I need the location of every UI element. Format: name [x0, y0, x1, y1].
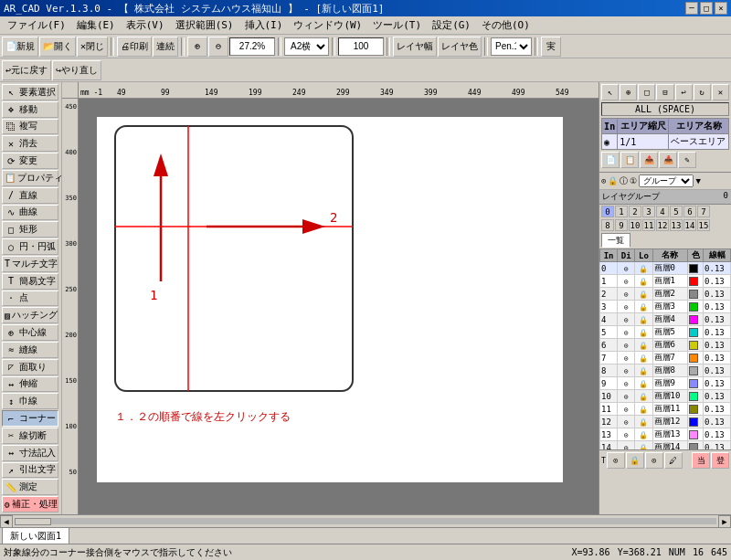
layer-row[interactable]: 7 ⊙ 🔒 画層7 0.13	[600, 352, 731, 365]
drawing-area[interactable]: 1 2 １．２の順番で線を左クリックする	[79, 99, 599, 514]
layer-row[interactable]: 8 ⊙ 🔒 画層8 0.13	[600, 365, 731, 377]
layer-num-10[interactable]: 10	[629, 219, 641, 231]
layer-row[interactable]: 2 ⊙ 🔒 画層2 0.13	[600, 288, 731, 301]
layer-row[interactable]: 5 ⊙ 🔒 画層5 0.13	[600, 326, 731, 339]
menu-select[interactable]: 選択範囲(S)	[170, 17, 239, 33]
scale-input[interactable]	[338, 37, 384, 56]
layer-num-0[interactable]: 0	[601, 206, 614, 217]
tool-move[interactable]: ✥移動	[2, 101, 58, 118]
lb-btn2[interactable]: 🔒	[626, 452, 644, 469]
layer-num-6[interactable]: 6	[683, 206, 696, 217]
rt-btn8[interactable]: 📄	[601, 152, 620, 168]
tool-correction[interactable]: ⚙補正・処理	[2, 496, 58, 512]
lb-btn3[interactable]: ⊙	[645, 452, 663, 469]
layer-num-1[interactable]: 1	[615, 206, 628, 217]
layer-row[interactable]: 14 ⊙ 🔒 画層14 0.13	[600, 441, 731, 450]
print-mode-button[interactable]: 連続	[153, 37, 178, 57]
rt-btn1[interactable]: ↖	[601, 84, 619, 100]
minimize-button[interactable]: ─	[685, 2, 698, 15]
lb-btn5[interactable]: 当	[692, 452, 710, 469]
lb-btn1[interactable]: ⊙	[607, 452, 625, 469]
layer-num-5[interactable]: 5	[670, 206, 683, 217]
paper-select[interactable]: A2横 A3横 A4横	[284, 37, 329, 56]
layer-row[interactable]: 3 ⊙ 🔒 画層3 0.13	[600, 301, 731, 313]
tool-delete[interactable]: ✕消去	[2, 135, 58, 152]
tool-seam[interactable]: ≈縫線	[2, 342, 58, 358]
menu-edit[interactable]: 編集(E)	[71, 17, 121, 33]
undo-button[interactable]: ↩ 元に戻す	[2, 60, 51, 80]
tool-center[interactable]: ⊕中心線	[2, 324, 58, 341]
tool-dimension[interactable]: ↔寸法記入	[2, 445, 58, 461]
layer-row[interactable]: 0 ⊙ 🔒 画層0 0.13	[600, 262, 731, 275]
tool-line[interactable]: /直線	[2, 187, 58, 204]
maximize-button[interactable]: □	[700, 2, 713, 15]
tool-point[interactable]: ·点	[2, 291, 58, 307]
tool-circle[interactable]: ○円・円弧	[2, 238, 58, 255]
tool-measure[interactable]: 📏測定	[2, 479, 58, 495]
rt-btn6[interactable]: ↻	[694, 84, 711, 100]
layer-width-button[interactable]: レイヤ幅	[393, 37, 437, 57]
layer-group-select[interactable]: グループ 0	[639, 174, 694, 187]
layer-color-button[interactable]: レイヤ色	[438, 37, 482, 57]
redo-button[interactable]: ↪ やり直し	[52, 60, 101, 80]
scroll-left[interactable]: ◀	[0, 515, 13, 528]
tool-text[interactable]: T簡易文字	[2, 273, 58, 290]
menu-view[interactable]: 表示(V)	[121, 17, 170, 33]
print-button[interactable]: 🖨 印刷	[117, 37, 152, 57]
layer-num-11[interactable]: 11	[642, 219, 655, 231]
rt-btn12[interactable]: ✎	[678, 152, 696, 168]
tool-property[interactable]: 📋プロパティ	[2, 170, 58, 186]
menu-tools[interactable]: ツール(T)	[367, 17, 427, 33]
real-button[interactable]: 実	[541, 37, 561, 57]
lb-btn4[interactable]: 🖊	[664, 452, 683, 469]
layer-row[interactable]: 1 ⊙ 🔒 画層1 0.13	[600, 275, 731, 288]
layer-num-4[interactable]: 4	[656, 206, 669, 217]
scroll-thumb[interactable]	[15, 518, 51, 525]
layer-row[interactable]: 12 ⊙ 🔒 画層12 0.13	[600, 416, 731, 428]
menu-file[interactable]: ファイル(F)	[2, 17, 71, 33]
layer-num-7[interactable]: 7	[697, 206, 710, 217]
layer-num-15[interactable]: 15	[697, 219, 710, 231]
menu-settings[interactable]: 設定(G)	[427, 17, 476, 33]
tool-curve[interactable]: ∿曲線	[2, 205, 58, 221]
tool-copy[interactable]: ⿻複写	[2, 119, 58, 135]
tool-margin[interactable]: ↕巾線	[2, 393, 58, 409]
scroll-right[interactable]: ▶	[718, 515, 731, 528]
pen-select[interactable]: Pen.1 Pen.2	[491, 37, 532, 56]
layer-num-12[interactable]: 12	[656, 219, 669, 231]
rt-btn3[interactable]: □	[638, 84, 655, 100]
layer-row[interactable]: 11 ⊙ 🔒 画層11 0.13	[600, 403, 731, 416]
rt-btn10[interactable]: 📤	[640, 152, 658, 168]
layer-table-wrap[interactable]: In Di Lo 名称 色 線幅 0 ⊙ 🔒 画層0 0.13 1 ⊙ 🔒	[599, 248, 731, 449]
new-button[interactable]: 📄 新規	[2, 37, 38, 57]
open-button[interactable]: 📂 開く	[39, 37, 76, 57]
layer-row[interactable]: 6 ⊙ 🔒 画層6 0.13	[600, 339, 731, 352]
rt-btn11[interactable]: 📥	[659, 152, 677, 168]
tool-mtext[interactable]: Tマルチ文字	[2, 256, 58, 272]
layer-row[interactable]: 4 ⊙ 🔒 画層4 0.13	[600, 313, 731, 326]
menu-other[interactable]: その他(O)	[476, 17, 535, 33]
rt-btn5[interactable]: ↩	[675, 84, 693, 100]
tool-corner[interactable]: ⌐コーナー	[2, 410, 58, 427]
lb-btn6[interactable]: 登	[711, 452, 729, 469]
layer-row[interactable]: 13 ⊙ 🔒 画層13 0.13	[600, 428, 731, 441]
zoom-out-button[interactable]: ⊖	[208, 37, 228, 57]
zoom-input[interactable]	[229, 37, 275, 56]
tool-hatch[interactable]: ▨ハッチング	[2, 307, 58, 323]
hscrollbar[interactable]: ◀ ▶	[0, 514, 731, 527]
layer-num-2[interactable]: 2	[629, 206, 641, 217]
tool-cutline[interactable]: ✂線切断	[2, 428, 58, 444]
layer-num-14[interactable]: 14	[683, 219, 696, 231]
zoom-in-button[interactable]: ⊕	[187, 37, 207, 57]
close-button[interactable]: ✕ 閉じ	[77, 37, 108, 57]
tool-rect[interactable]: □矩形	[2, 221, 58, 238]
layer-row[interactable]: 10 ⊙ 🔒 画層10 0.13	[600, 390, 731, 403]
rt-btn4[interactable]: ⊟	[656, 84, 673, 100]
tool-extract[interactable]: ↗引出文字	[2, 462, 58, 479]
tab-drawing1[interactable]: 新しい図面1	[2, 527, 69, 544]
layer-num-8[interactable]: 8	[601, 219, 614, 231]
rt-btn2[interactable]: ⊕	[620, 84, 637, 100]
tool-stretch[interactable]: ↔伸縮	[2, 376, 58, 393]
menu-insert[interactable]: 挿入(I)	[239, 17, 289, 33]
tool-change[interactable]: ⟳変更	[2, 153, 58, 169]
